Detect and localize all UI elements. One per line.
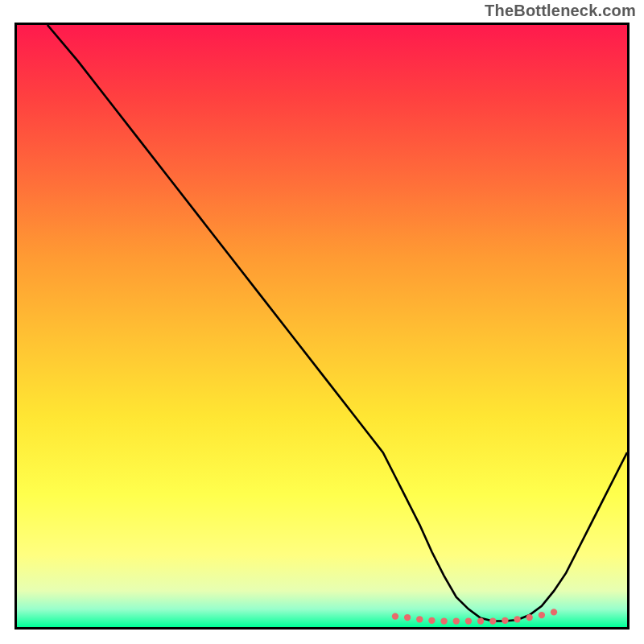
chart-frame: TheBottleneck.com — [0, 0, 644, 644]
gradient-background — [17, 25, 627, 627]
watermark-text: TheBottleneck.com — [485, 2, 636, 20]
plot-area — [14, 23, 630, 630]
